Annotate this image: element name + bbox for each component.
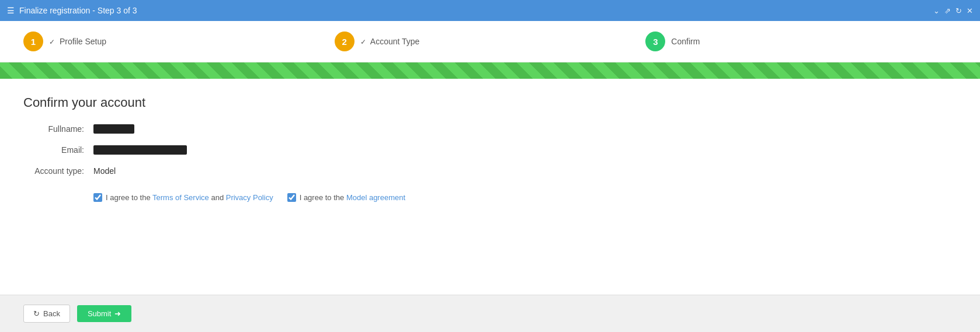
fullname-value — [93, 124, 134, 134]
fullname-label: Fullname: — [23, 124, 93, 134]
agreement-model: I agree to the Model agreement — [287, 193, 405, 202]
model-text: I agree to the Model agreement — [300, 193, 405, 202]
account-type-row: Account type: Model — [23, 166, 957, 176]
step-3-circle: 3 — [645, 32, 665, 51]
main-window: 1 ✓ Profile Setup 2 ✓ Account Type 3 Con… — [0, 21, 980, 332]
tos-link[interactable]: Terms of Service — [152, 193, 209, 202]
email-redacted — [93, 145, 187, 155]
step-2-label: ✓ Account Type — [360, 37, 420, 46]
step-3-label: Confirm — [671, 37, 700, 46]
account-type-label: Account type: — [23, 166, 93, 176]
submit-button[interactable]: Submit ➜ — [77, 305, 131, 322]
step-2-check: ✓ — [360, 38, 366, 46]
agreement-tos: I agree to the Terms of Service and Priv… — [93, 193, 273, 202]
title-bar: ☰ Finalize registration - Step 3 of 3 ⌄ … — [0, 0, 980, 21]
tos-text: I agree to the Terms of Service and Priv… — [106, 193, 273, 202]
fullname-row: Fullname: — [23, 124, 957, 134]
back-icon: ↻ — [33, 309, 40, 318]
steps-bar: 1 ✓ Profile Setup 2 ✓ Account Type 3 Con… — [0, 21, 980, 62]
fullname-redacted — [93, 124, 134, 134]
step-2-circle: 2 — [335, 32, 355, 51]
footer: ↻ Back Submit ➜ — [0, 295, 980, 332]
privacy-link[interactable]: Privacy Policy — [226, 193, 273, 202]
email-value — [93, 145, 187, 155]
step-1-label: ✓ Profile Setup — [49, 37, 106, 46]
title-bar-controls: ⌄ ⇗ ↻ ✕ — [933, 6, 973, 15]
model-agreement-link[interactable]: Model agreement — [346, 193, 405, 202]
close-icon[interactable]: ✕ — [967, 6, 973, 15]
progress-stripe — [0, 62, 980, 79]
step-1-check: ✓ — [49, 38, 55, 46]
back-button[interactable]: ↻ Back — [23, 305, 70, 323]
title-bar-left: ☰ Finalize registration - Step 3 of 3 — [7, 6, 137, 15]
section-title: Confirm your account — [23, 95, 957, 110]
email-row: Email: — [23, 145, 957, 155]
step-2: 2 ✓ Account Type — [335, 32, 646, 51]
tos-checkbox[interactable] — [93, 193, 102, 202]
step-3: 3 Confirm — [645, 32, 957, 51]
model-checkbox[interactable] — [287, 193, 296, 202]
account-type-value: Model — [93, 166, 116, 176]
reload-icon[interactable]: ↻ — [955, 6, 962, 15]
content-area: Confirm your account Fullname: Email: Ac… — [0, 79, 980, 295]
email-label: Email: — [23, 145, 93, 155]
step-1: 1 ✓ Profile Setup — [23, 32, 335, 51]
window-title: Finalize registration - Step 3 of 3 — [19, 6, 137, 15]
step-1-circle: 1 — [23, 32, 43, 51]
submit-icon: ➜ — [114, 309, 121, 318]
menu-icon[interactable]: ☰ — [7, 6, 15, 15]
restore-icon[interactable]: ⇗ — [944, 6, 951, 15]
agreements-row: I agree to the Terms of Service and Priv… — [93, 187, 957, 208]
minimize-icon[interactable]: ⌄ — [933, 6, 940, 15]
